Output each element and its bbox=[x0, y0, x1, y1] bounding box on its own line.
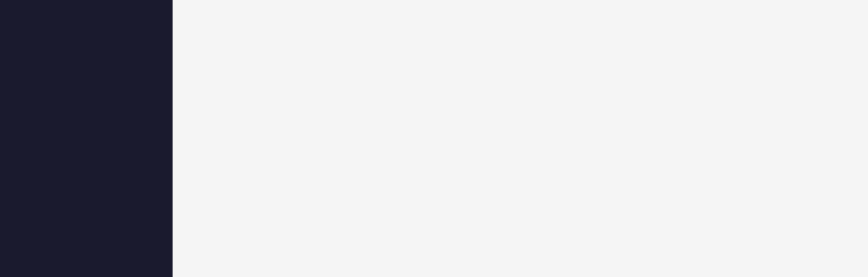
left-code-panel bbox=[0, 0, 173, 277]
left-code-block bbox=[9, 6, 164, 20]
